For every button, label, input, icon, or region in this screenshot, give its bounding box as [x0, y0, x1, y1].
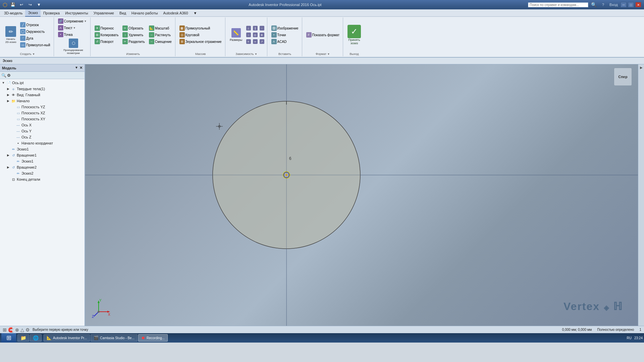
settings-quick-icon[interactable]: ▼ [36, 1, 42, 8]
constraint-eq[interactable]: ≡ [246, 39, 252, 45]
tree-item-view[interactable]: ▶👁Вид: Главный [0, 92, 85, 98]
viewcube-face[interactable]: Спер [614, 68, 632, 86]
acad-icon: A [271, 39, 277, 44]
menu-item-a360[interactable]: Autodesk A360 [161, 9, 191, 17]
ribbon-btn-circ-pattern[interactable]: ◎ Круговой [178, 32, 223, 38]
undo-quick-icon[interactable]: ↩ [18, 1, 25, 8]
ribbon-btn-rect-pattern[interactable]: ▦ Прямоугольный [178, 25, 223, 31]
ribbon-btn-start-sketch[interactable]: ✏ Начать2D-эскиз [3, 25, 18, 45]
ribbon-btn-stretch[interactable]: ↔ Растянуть [148, 32, 173, 38]
menu-item-view[interactable]: Вид [117, 9, 129, 17]
taskbar-browser-icon[interactable]: 🌐 [30, 334, 42, 342]
ribbon-btn-acad[interactable]: A ACAD [270, 39, 300, 45]
options-icon[interactable]: ⚙ [25, 327, 30, 333]
tree-item-eskiz2[interactable]: ✏Эскиз2 [0, 170, 85, 176]
tree-item-eskiz1b[interactable]: ✏Эскиз1 [0, 158, 85, 164]
login-label[interactable]: Вход [609, 3, 618, 7]
constraint-tang[interactable]: ~ [259, 25, 265, 31]
tree-item-axisx[interactable]: —Ось X [0, 122, 85, 128]
tree-item-yz[interactable]: ▭Плоскость YZ [0, 104, 85, 110]
tree-item-origin_pt[interactable]: •Начало координат [0, 140, 85, 146]
ribbon-btn-rect[interactable]: ▭ Прямоугол-ный [19, 42, 52, 48]
fillet-label: Сопряжение [64, 19, 84, 23]
ribbon-btn-trim[interactable]: ✂ Обрезать [121, 25, 146, 31]
ribbon-btn-accept[interactable]: ✓ Принятьэскиз [346, 23, 363, 47]
tree-item-root[interactable]: ▼📄Ось.ipt [0, 80, 85, 86]
ribbon-content: ✏ Начать2D-эскиз ╱ Отрезок ◯ Окружность … [0, 17, 644, 57]
ribbon-btn-project[interactable]: ⬡ Проецированиегеометрии [64, 38, 83, 56]
model-settings-icon[interactable]: ⚙ [7, 73, 11, 78]
constraint-sym[interactable]: ∞ [252, 39, 258, 45]
ribbon-btn-rotate[interactable]: ↺ Поворот [93, 39, 120, 45]
tree-item-eskiz1[interactable]: ✏Эскиз1 [0, 146, 85, 152]
menu-item-check[interactable]: Проверка [41, 9, 62, 17]
ribbon-btn-line[interactable]: ╱ Отрезок [19, 22, 52, 28]
help-icon[interactable]: ? [602, 3, 604, 7]
taskbar-camtasia[interactable]: 🎬 Camtasia Studio - Be... [91, 334, 138, 342]
ribbon-btn-fillet[interactable]: 🔗 Сопряжение ▼ [57, 18, 88, 24]
tree-item-revolve1[interactable]: ▶↺Вращение1 [0, 152, 85, 158]
create-dropdown-arrow[interactable]: ▼ [32, 53, 35, 56]
menu-item-tools[interactable]: Инструменты [62, 9, 91, 17]
menu-item-start[interactable]: Начало работы [129, 9, 161, 17]
ribbon-btn-circle[interactable]: ◯ Окружность [19, 28, 52, 35]
ribbon-btn-point[interactable]: • Точка [57, 32, 88, 38]
start-button[interactable]: ⊞ [1, 333, 16, 343]
ribbon-btn-copy[interactable]: ⊞ Копировать [93, 32, 120, 38]
ribbon-btn-scale[interactable]: 📐 Масштаб [148, 25, 173, 31]
tree-item-xz[interactable]: ▭Плоскость XZ [0, 110, 85, 116]
ribbon-btn-offset[interactable]: ↔ Смещение [148, 39, 173, 45]
tree-item-solids[interactable]: ▶◈Твердые тела(1) [0, 86, 85, 92]
ribbon-btn-dim[interactable]: 📏 Размеры [228, 26, 244, 44]
tree-item-xy[interactable]: ▭Плоскость XY [0, 116, 85, 122]
menu-item-3dmodel[interactable]: 3D-модель [1, 9, 25, 17]
tree-item-axisz[interactable]: —Ось Z [0, 134, 85, 140]
menu-item-manage[interactable]: Управление [91, 9, 117, 17]
ribbon-btn-mirror[interactable]: ⊞ Зеркальное отражение [178, 39, 223, 45]
menu-item-eskiz[interactable]: Эскиз [25, 9, 40, 17]
model-panel-collapse-icon[interactable]: ▼ [75, 66, 78, 70]
ortho-icon[interactable]: ⊕ [15, 327, 19, 333]
infer-icon[interactable]: △ [20, 327, 24, 333]
constraint-conc[interactable]: ◎ [252, 32, 258, 38]
ribbon-btn-format[interactable]: F Показать формат [305, 32, 341, 38]
ribbon-btn-extend[interactable]: ↕ Удлинить [121, 32, 146, 38]
model-panel-close-icon[interactable]: ✕ [79, 66, 83, 70]
ribbon-group-modify: ✈ Перенос ⊞ Копировать ↺ Поворот ✂ [91, 17, 175, 56]
ribbon-btn-split[interactable]: ✂ Разделить [121, 39, 146, 45]
ribbon-btn-arc[interactable]: ◜ Дуга [19, 35, 52, 41]
constraint-perp[interactable]: ⊥ [246, 25, 252, 31]
ribbon-btn-text[interactable]: A Текст ▼ [57, 25, 88, 31]
tree-item-end[interactable]: ⊡Конец детали [0, 176, 85, 182]
taskbar-files-icon[interactable]: 📁 [17, 334, 29, 342]
save-quick-icon[interactable]: 💾 [9, 1, 16, 8]
close-button[interactable]: ✕ [635, 2, 641, 7]
model-filter-icon[interactable]: 🔍 [1, 73, 6, 78]
right-sidebar[interactable]: ▶ [638, 64, 644, 326]
maximize-button[interactable]: □ [628, 2, 634, 7]
grid-icon[interactable]: ⊞ [3, 327, 7, 333]
constraint-smooth[interactable]: ↗ [259, 39, 265, 45]
tree-item-axisy[interactable]: —Ось Y [0, 128, 85, 134]
menubar: 3D-модель Эскиз Проверка Инструменты Упр… [0, 9, 644, 17]
taskbar-recording[interactable]: ⏺ Recording... [138, 334, 168, 342]
constraint-par[interactable]: ∥ [252, 25, 258, 31]
viewcube[interactable]: Спер [614, 68, 634, 88]
minimize-button[interactable]: ─ [621, 2, 627, 7]
taskbar-inventor[interactable]: 📐 Autodesk Inventor Pr... [44, 334, 90, 342]
tang-icon: ~ [260, 26, 264, 31]
taskbar-right: RU 23:24 [627, 336, 643, 340]
sidebar-toggle-icon[interactable]: ▶ [640, 66, 643, 69]
menu-item-more[interactable]: ▼ [191, 9, 200, 17]
ribbon-btn-move[interactable]: ✈ Перенос [93, 25, 120, 31]
search-input[interactable] [528, 2, 588, 7]
redo-quick-icon[interactable]: ↪ [27, 1, 34, 8]
tree-item-revolve2[interactable]: ▶↺Вращение2 [0, 164, 85, 170]
ribbon-btn-points[interactable]: • Точки [270, 32, 300, 38]
viewport[interactable]: 6 Y X Z [85, 64, 644, 326]
snap-icon[interactable]: 🧲 [8, 327, 14, 333]
tree-item-origin[interactable]: ▶📁Начало [0, 98, 85, 104]
constraint-fix[interactable]: ⊕ [259, 32, 265, 38]
ribbon-btn-image[interactable]: 🖼 Изображение [270, 25, 300, 31]
constraint-coinc[interactable]: ○ [246, 32, 252, 38]
